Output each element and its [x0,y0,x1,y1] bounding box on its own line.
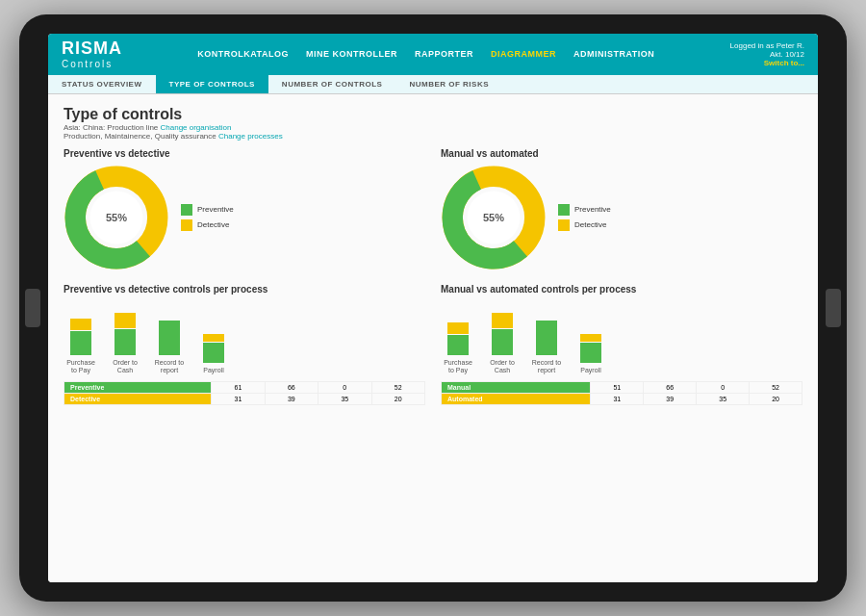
nav-mine-kontroller[interactable]: Mine kontroller [306,49,397,59]
bar2-group3: Record toreport [529,321,564,375]
bar2-title: Manual vs automated controls per process [441,284,802,295]
page-header: Export view Print view Type of controls … [64,106,802,141]
nav-administration[interactable]: Administration [573,49,654,59]
bar2-r1-v1: 51 [591,381,644,393]
bar1-stack2 [115,313,136,355]
sub-nav-status-overview[interactable]: Status Overview [48,75,156,93]
bar1-section: Preventive vs detective controls per pro… [64,284,425,405]
breadcrumb-process: Production, Maintainence, Quality assura… [64,132,218,141]
legend-color-detective [181,219,192,231]
donut1-chart: 55% [64,165,169,270]
donut1-title: Preventive vs detective [64,148,425,159]
donut1-section: Preventive vs detective 55% [64,148,425,270]
bar2-r1-v4: 52 [750,381,802,393]
bar2-label4: Payroll [573,367,608,374]
bar1-label2: Order to Cash [108,359,142,375]
nav-area: Kontrolkatalog Mine kontroller Rapporter… [197,49,654,59]
donut2-chart: 55% [441,165,547,270]
bar1-r1-v4: 52 [371,381,424,393]
bar2-stack3 [536,321,557,355]
change-processes-link[interactable]: Change processes [218,132,283,141]
bar2-label3: Record toreport [529,359,564,375]
legend2-item-preventive: Preventive [558,204,611,216]
bar1-row2-label: Detective [64,393,212,404]
bar2-row2-label: Automated [442,393,591,404]
user-area: Logged in as Peter R. Akt. 10/12 Switch … [730,41,804,67]
sub-nav: Status Overview Type of Controls Number … [48,75,818,94]
donut1-label: 55% [106,212,127,223]
donut2-wrapper: 55% Preventive Detective [441,165,802,270]
bar1-stack3 [159,321,180,355]
bar1-g4-preventive [203,343,224,363]
bar1-r1-v1: 61 [212,381,265,393]
legend2-item-detective: Detective [558,219,611,231]
bar2-g3-manual [536,321,557,355]
bar1-r1-v3: 0 [318,381,371,393]
page-title: Type of controls [64,106,802,123]
donut2-title: Manual vs automated [441,148,802,159]
top-bar: RISMA Controls Kontrolkatalog Mine kontr… [48,34,818,75]
nav-diagrammer[interactable]: Diagrammer [491,49,556,59]
bar2-g4-automated [580,334,601,342]
tablet-screen: RISMA Controls Kontrolkatalog Mine kontr… [48,34,818,582]
switch-to[interactable]: Switch to... [730,59,804,67]
nav-kontrolkatalog[interactable]: Kontrolkatalog [197,49,289,59]
bar2-g4-manual [580,343,601,363]
bar1-group4: Payroll [196,334,231,374]
bar1-label3: Record toreport [152,359,187,375]
bar1-g1-preventive [70,331,91,355]
user-line2: Akt. 10/12 [730,50,804,59]
bar2-data-table: Manual 51 66 0 52 Automated 31 39 35 20 [441,381,802,405]
sub-nav-type-of-controls[interactable]: Type of Controls [156,75,268,93]
donut2-section: Manual vs automated 55% [441,148,802,270]
bar1-label4: Payroll [196,367,231,374]
donut2-label: 55% [483,212,504,223]
legend-item-detective: Detective [181,219,234,231]
bar1-g4-detective [203,334,224,342]
bar1-group3: Record toreport [152,321,187,375]
bar2-row1-label: Manual [442,381,591,393]
bar1-g2-detective [115,313,136,328]
bar1-group2: Order to Cash [108,313,142,375]
donut2-legend: Preventive Detective [558,204,611,231]
bar2-g2-automated [492,313,513,328]
nav-rapporter[interactable]: Rapporter [415,49,473,59]
side-button-left[interactable] [25,289,40,327]
bar1-row1-label: Preventive [64,381,212,393]
bar2-g2-manual [492,329,513,355]
page-subtitle2: Production, Maintainence, Quality assura… [64,132,802,141]
change-organisation-link[interactable]: Change organisation [161,123,232,132]
sub-nav-number-of-risks[interactable]: Number of Risks [395,75,502,93]
bar1-r2-v4: 20 [371,393,424,404]
bar-charts-row: Preventive vs detective controls per pro… [64,284,802,405]
bar2-g1-manual [447,335,469,355]
bar2-g1-automated [447,322,469,334]
bar2-r1-v3: 0 [697,381,750,393]
bar1-r2-v2: 39 [265,393,318,404]
logo-risma: RISMA [62,39,122,59]
content-area: Export view Print view Type of controls … [48,94,818,582]
bar2-stack4 [580,334,601,363]
bar2-group1: Purchaseto Pay [441,322,475,375]
bar2-group4: Payroll [573,334,608,374]
sub-nav-number-of-controls[interactable]: Number of Controls [268,75,396,93]
bar1-r2-v3: 35 [318,393,371,404]
legend2-color-detective [558,219,570,231]
breadcrumb-org: Asia: China: Production line [64,123,161,132]
bar1-label1: Purchaseto Pay [64,359,98,375]
bar2-stack1 [447,322,469,355]
bar2-r2-v3: 35 [697,393,750,404]
bar2-label2: Order to Cash [485,359,520,375]
legend-label-detective: Detective [197,220,229,229]
bar1-group1: Purchaseto Pay [64,319,98,375]
side-button-right[interactable] [826,289,841,327]
bar1-r1-v2: 66 [265,381,318,393]
donut-charts-row: Preventive vs detective 55% [64,148,802,270]
donut1-legend: Preventive Detective [181,204,234,231]
legend2-label-detective: Detective [574,220,606,229]
donut1-wrapper: 55% Preventive Detective [64,165,425,270]
bar2-section: Manual vs automated controls per process… [441,284,802,405]
legend2-color-preventive [558,204,570,216]
bar2-r2-v2: 39 [644,393,697,404]
legend2-label-preventive: Preventive [574,205,611,214]
